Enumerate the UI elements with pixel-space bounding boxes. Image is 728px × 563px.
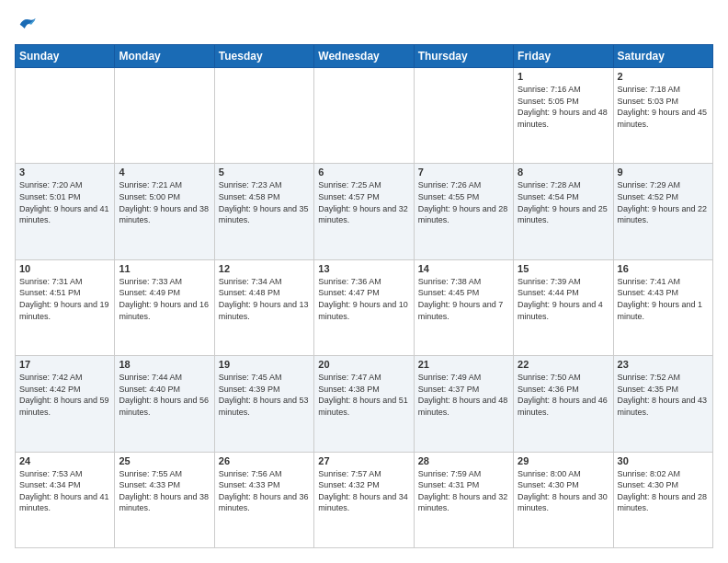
day-number: 8 (518, 167, 609, 178)
day-number: 10 (19, 263, 110, 274)
calendar-cell: 30Sunrise: 8:02 AM Sunset: 4:30 PM Dayli… (613, 452, 712, 547)
day-info: Sunrise: 7:41 AM Sunset: 4:43 PM Dayligh… (618, 276, 709, 322)
day-number: 24 (19, 455, 110, 466)
calendar-cell: 27Sunrise: 7:57 AM Sunset: 4:32 PM Dayli… (314, 452, 414, 547)
calendar-cell: 4Sunrise: 7:21 AM Sunset: 5:00 PM Daylig… (115, 164, 214, 259)
day-info: Sunrise: 7:34 AM Sunset: 4:48 PM Dayligh… (219, 276, 310, 322)
calendar-cell: 21Sunrise: 7:49 AM Sunset: 4:37 PM Dayli… (414, 356, 513, 452)
calendar-cell (16, 68, 115, 164)
calendar: SundayMondayTuesdayWednesdayThursdayFrid… (15, 44, 713, 548)
day-info: Sunrise: 7:28 AM Sunset: 4:54 PM Dayligh… (518, 179, 609, 225)
day-info: Sunrise: 7:44 AM Sunset: 4:40 PM Dayligh… (119, 372, 210, 418)
day-number: 28 (418, 455, 509, 466)
header (15, 15, 713, 35)
calendar-body: 1Sunrise: 7:16 AM Sunset: 5:05 PM Daylig… (16, 68, 713, 548)
logo-bird-icon (17, 15, 37, 35)
calendar-cell: 12Sunrise: 7:34 AM Sunset: 4:48 PM Dayli… (214, 259, 313, 355)
day-number: 13 (318, 263, 409, 274)
day-number: 20 (318, 359, 409, 370)
weekday-saturday: Saturday (613, 45, 712, 68)
day-info: Sunrise: 7:59 AM Sunset: 4:31 PM Dayligh… (418, 468, 509, 514)
page: SundayMondayTuesdayWednesdayThursdayFrid… (0, 0, 728, 563)
calendar-cell: 18Sunrise: 7:44 AM Sunset: 4:40 PM Dayli… (115, 356, 214, 452)
day-info: Sunrise: 7:49 AM Sunset: 4:37 PM Dayligh… (418, 372, 509, 418)
day-info: Sunrise: 7:20 AM Sunset: 5:01 PM Dayligh… (19, 179, 110, 225)
day-info: Sunrise: 7:57 AM Sunset: 4:32 PM Dayligh… (318, 468, 409, 514)
week-row-0: 1Sunrise: 7:16 AM Sunset: 5:05 PM Daylig… (16, 68, 713, 164)
day-info: Sunrise: 7:52 AM Sunset: 4:35 PM Dayligh… (618, 372, 709, 418)
calendar-cell: 23Sunrise: 7:52 AM Sunset: 4:35 PM Dayli… (613, 356, 712, 452)
day-number: 21 (418, 359, 509, 370)
calendar-cell: 13Sunrise: 7:36 AM Sunset: 4:47 PM Dayli… (314, 259, 414, 355)
day-number: 4 (119, 167, 210, 178)
calendar-cell: 22Sunrise: 7:50 AM Sunset: 4:36 PM Dayli… (514, 356, 613, 452)
calendar-cell: 5Sunrise: 7:23 AM Sunset: 4:58 PM Daylig… (214, 164, 313, 259)
calendar-cell: 19Sunrise: 7:45 AM Sunset: 4:39 PM Dayli… (214, 356, 313, 452)
weekday-tuesday: Tuesday (214, 45, 313, 68)
day-number: 9 (618, 167, 709, 178)
calendar-cell (214, 68, 313, 164)
calendar-cell: 9Sunrise: 7:29 AM Sunset: 4:52 PM Daylig… (613, 164, 712, 259)
calendar-cell: 7Sunrise: 7:26 AM Sunset: 4:55 PM Daylig… (414, 164, 513, 259)
calendar-cell: 24Sunrise: 7:53 AM Sunset: 4:34 PM Dayli… (16, 452, 115, 547)
day-number: 2 (618, 71, 709, 82)
day-info: Sunrise: 7:16 AM Sunset: 5:05 PM Dayligh… (518, 84, 609, 130)
logo (15, 15, 37, 35)
day-info: Sunrise: 7:33 AM Sunset: 4:49 PM Dayligh… (119, 276, 210, 322)
day-number: 25 (119, 455, 210, 466)
day-number: 30 (618, 455, 709, 466)
day-info: Sunrise: 7:23 AM Sunset: 4:58 PM Dayligh… (219, 179, 310, 225)
day-number: 5 (219, 167, 310, 178)
calendar-cell: 29Sunrise: 8:00 AM Sunset: 4:30 PM Dayli… (514, 452, 613, 547)
day-number: 11 (119, 263, 210, 274)
calendar-cell (115, 68, 214, 164)
day-number: 29 (518, 455, 609, 466)
day-info: Sunrise: 7:53 AM Sunset: 4:34 PM Dayligh… (19, 468, 110, 514)
calendar-cell: 20Sunrise: 7:47 AM Sunset: 4:38 PM Dayli… (314, 356, 414, 452)
day-info: Sunrise: 7:47 AM Sunset: 4:38 PM Dayligh… (318, 372, 409, 418)
day-number: 6 (318, 167, 409, 178)
week-row-3: 17Sunrise: 7:42 AM Sunset: 4:42 PM Dayli… (16, 356, 713, 452)
day-info: Sunrise: 7:45 AM Sunset: 4:39 PM Dayligh… (219, 372, 310, 418)
calendar-header: SundayMondayTuesdayWednesdayThursdayFrid… (16, 45, 713, 68)
calendar-cell: 10Sunrise: 7:31 AM Sunset: 4:51 PM Dayli… (16, 259, 115, 355)
day-number: 12 (219, 263, 310, 274)
week-row-1: 3Sunrise: 7:20 AM Sunset: 5:01 PM Daylig… (16, 164, 713, 259)
calendar-cell: 16Sunrise: 7:41 AM Sunset: 4:43 PM Dayli… (613, 259, 712, 355)
weekday-row: SundayMondayTuesdayWednesdayThursdayFrid… (16, 45, 713, 68)
calendar-cell: 11Sunrise: 7:33 AM Sunset: 4:49 PM Dayli… (115, 259, 214, 355)
day-number: 3 (19, 167, 110, 178)
calendar-cell: 3Sunrise: 7:20 AM Sunset: 5:01 PM Daylig… (16, 164, 115, 259)
day-number: 23 (618, 359, 709, 370)
weekday-thursday: Thursday (414, 45, 513, 68)
week-row-2: 10Sunrise: 7:31 AM Sunset: 4:51 PM Dayli… (16, 259, 713, 355)
weekday-friday: Friday (514, 45, 613, 68)
calendar-cell: 14Sunrise: 7:38 AM Sunset: 4:45 PM Dayli… (414, 259, 513, 355)
day-number: 14 (418, 263, 509, 274)
day-info: Sunrise: 8:00 AM Sunset: 4:30 PM Dayligh… (518, 468, 609, 514)
calendar-cell: 1Sunrise: 7:16 AM Sunset: 5:05 PM Daylig… (514, 68, 613, 164)
day-info: Sunrise: 7:21 AM Sunset: 5:00 PM Dayligh… (119, 179, 210, 225)
day-number: 7 (418, 167, 509, 178)
calendar-cell: 6Sunrise: 7:25 AM Sunset: 4:57 PM Daylig… (314, 164, 414, 259)
weekday-sunday: Sunday (16, 45, 115, 68)
day-number: 26 (219, 455, 310, 466)
day-number: 17 (19, 359, 110, 370)
day-info: Sunrise: 8:02 AM Sunset: 4:30 PM Dayligh… (618, 468, 709, 514)
day-info: Sunrise: 7:26 AM Sunset: 4:55 PM Dayligh… (418, 179, 509, 225)
day-number: 15 (518, 263, 609, 274)
day-info: Sunrise: 7:50 AM Sunset: 4:36 PM Dayligh… (518, 372, 609, 418)
day-info: Sunrise: 7:38 AM Sunset: 4:45 PM Dayligh… (418, 276, 509, 322)
week-row-4: 24Sunrise: 7:53 AM Sunset: 4:34 PM Dayli… (16, 452, 713, 547)
calendar-cell (414, 68, 513, 164)
day-number: 18 (119, 359, 210, 370)
day-info: Sunrise: 7:55 AM Sunset: 4:33 PM Dayligh… (119, 468, 210, 514)
day-info: Sunrise: 7:39 AM Sunset: 4:44 PM Dayligh… (518, 276, 609, 322)
calendar-cell: 8Sunrise: 7:28 AM Sunset: 4:54 PM Daylig… (514, 164, 613, 259)
calendar-cell: 15Sunrise: 7:39 AM Sunset: 4:44 PM Dayli… (514, 259, 613, 355)
day-number: 16 (618, 263, 709, 274)
weekday-wednesday: Wednesday (314, 45, 414, 68)
day-number: 27 (318, 455, 409, 466)
calendar-cell: 26Sunrise: 7:56 AM Sunset: 4:33 PM Dayli… (214, 452, 313, 547)
day-info: Sunrise: 7:36 AM Sunset: 4:47 PM Dayligh… (318, 276, 409, 322)
